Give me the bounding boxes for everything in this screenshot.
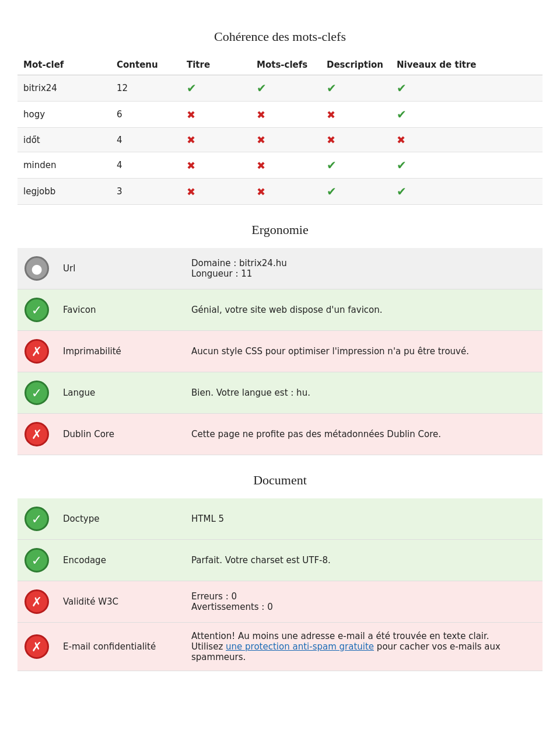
cross-icon: ✖ bbox=[327, 109, 335, 121]
cross-icon: ✖ bbox=[187, 159, 195, 172]
cross-icon: ✖ bbox=[187, 186, 195, 198]
table-cell: ✖ bbox=[321, 102, 391, 128]
list-item: ●UrlDomaine : bitrix24.huLongueur : 11 bbox=[18, 248, 542, 289]
table-row: minden4✖✖✔✔ bbox=[18, 152, 542, 179]
kw-header: Titre bbox=[181, 55, 251, 75]
kw-header: Description bbox=[321, 55, 391, 75]
item-label: Encodage bbox=[56, 540, 184, 581]
table-cell: ✔ bbox=[321, 152, 391, 179]
check-icon: ✔ bbox=[327, 184, 337, 198]
table-cell: ✖ bbox=[251, 179, 321, 205]
status-icon-cell: ✗ bbox=[18, 623, 56, 671]
table-cell: ✖ bbox=[181, 152, 251, 179]
table-cell: 3 bbox=[111, 179, 181, 205]
cross-icon: ✖ bbox=[257, 109, 265, 121]
list-item: ✓EncodageParfait. Votre charset est UTF-… bbox=[18, 540, 542, 581]
table-cell: bitrix24 bbox=[18, 75, 111, 102]
table-cell: ✔ bbox=[391, 152, 542, 179]
list-item: ✗ImprimabilitéAucun style CSS pour optim… bbox=[18, 331, 542, 372]
item-description: Erreurs : 0Avertissements : 0 bbox=[184, 581, 542, 623]
table-cell: ✔ bbox=[251, 75, 321, 102]
table-cell: ✖ bbox=[391, 128, 542, 152]
spam-protection-link[interactable]: une protection anti-spam gratuite bbox=[226, 641, 374, 652]
list-item: ✗E-mail confidentialitéAttention! Au moi… bbox=[18, 623, 542, 671]
check-icon: ✔ bbox=[397, 158, 407, 172]
status-icon-cell: ✗ bbox=[18, 581, 56, 623]
kw-header: Mots-clefs bbox=[251, 55, 321, 75]
status-icon-cell: ● bbox=[18, 248, 56, 289]
item-description: Attention! Au moins une adresse e-mail a… bbox=[184, 623, 542, 671]
table-row: bitrix2412✔✔✔✔ bbox=[18, 75, 542, 102]
table-cell: ✔ bbox=[181, 75, 251, 102]
kw-header: Niveaux de titre bbox=[391, 55, 542, 75]
table-cell: ✔ bbox=[391, 102, 542, 128]
item-description: Génial, votre site web dispose d'un favi… bbox=[184, 289, 542, 331]
error-icon: ✗ bbox=[24, 422, 49, 446]
table-cell: ✖ bbox=[181, 128, 251, 152]
list-item: ✗Dublin CoreCette page ne profite pas de… bbox=[18, 414, 542, 455]
item-description: Aucun style CSS pour optimiser l'impress… bbox=[184, 331, 542, 372]
item-label: Doctype bbox=[56, 498, 184, 540]
cross-icon: ✖ bbox=[257, 159, 265, 172]
table-cell: ✖ bbox=[251, 102, 321, 128]
item-description: Parfait. Votre charset est UTF-8. bbox=[184, 540, 542, 581]
cross-icon: ✖ bbox=[257, 134, 265, 146]
table-cell: 4 bbox=[111, 152, 181, 179]
list-item: ✗Validité W3CErreurs : 0Avertissements :… bbox=[18, 581, 542, 623]
ok-icon: ✓ bbox=[24, 381, 49, 405]
table-cell: ✖ bbox=[181, 179, 251, 205]
ergonomie-table: ●UrlDomaine : bitrix24.huLongueur : 11✓F… bbox=[18, 248, 542, 455]
table-row: időt4✖✖✖✖ bbox=[18, 128, 542, 152]
error-icon: ✗ bbox=[24, 339, 49, 364]
neutral-icon: ● bbox=[24, 256, 49, 281]
status-icon-cell: ✓ bbox=[18, 540, 56, 581]
item-label: Url bbox=[56, 248, 184, 289]
list-item: ✓LangueBien. Votre langue est : hu. bbox=[18, 372, 542, 414]
cross-icon: ✖ bbox=[257, 186, 265, 198]
status-icon-cell: ✓ bbox=[18, 289, 56, 331]
table-cell: 6 bbox=[111, 102, 181, 128]
item-description: HTML 5 bbox=[184, 498, 542, 540]
error-icon: ✗ bbox=[24, 634, 49, 659]
document-table: ✓DoctypeHTML 5✓EncodageParfait. Votre ch… bbox=[18, 498, 542, 671]
table-cell: ✔ bbox=[321, 179, 391, 205]
table-cell: ✔ bbox=[321, 75, 391, 102]
keywords-title: Cohérence des mots-clefs bbox=[18, 29, 542, 44]
list-item: ✓FaviconGénial, votre site web dispose d… bbox=[18, 289, 542, 331]
keywords-table: Mot-clefContenuTitreMots-clefsDescriptio… bbox=[18, 55, 542, 205]
table-cell: ✖ bbox=[181, 102, 251, 128]
item-label: Dublin Core bbox=[56, 414, 184, 455]
list-item: ✓DoctypeHTML 5 bbox=[18, 498, 542, 540]
cross-icon: ✖ bbox=[397, 134, 405, 146]
status-icon-cell: ✓ bbox=[18, 372, 56, 414]
ok-icon: ✓ bbox=[24, 298, 49, 322]
check-icon: ✔ bbox=[397, 107, 407, 121]
table-cell: ✖ bbox=[251, 152, 321, 179]
table-cell: legjobb bbox=[18, 179, 111, 205]
item-label: Langue bbox=[56, 372, 184, 414]
check-icon: ✔ bbox=[397, 184, 407, 198]
item-label: Favicon bbox=[56, 289, 184, 331]
table-cell: ✔ bbox=[391, 75, 542, 102]
table-cell: ✖ bbox=[251, 128, 321, 152]
status-icon-cell: ✗ bbox=[18, 331, 56, 372]
table-row: legjobb3✖✖✔✔ bbox=[18, 179, 542, 205]
ergonomie-title: Ergonomie bbox=[18, 222, 542, 238]
item-label: Validité W3C bbox=[56, 581, 184, 623]
table-cell: ✔ bbox=[391, 179, 542, 205]
table-row: hogy6✖✖✖✔ bbox=[18, 102, 542, 128]
item-label: E-mail confidentialité bbox=[56, 623, 184, 671]
check-icon: ✔ bbox=[257, 81, 267, 95]
table-cell: ✖ bbox=[321, 128, 391, 152]
ok-icon: ✓ bbox=[24, 507, 49, 531]
check-icon: ✔ bbox=[327, 158, 337, 172]
table-cell: hogy bbox=[18, 102, 111, 128]
status-icon-cell: ✗ bbox=[18, 414, 56, 455]
table-cell: 4 bbox=[111, 128, 181, 152]
cross-icon: ✖ bbox=[187, 134, 195, 146]
status-icon-cell: ✓ bbox=[18, 498, 56, 540]
document-title: Document bbox=[18, 473, 542, 488]
table-cell: időt bbox=[18, 128, 111, 152]
check-icon: ✔ bbox=[397, 81, 407, 95]
error-icon: ✗ bbox=[24, 589, 49, 614]
